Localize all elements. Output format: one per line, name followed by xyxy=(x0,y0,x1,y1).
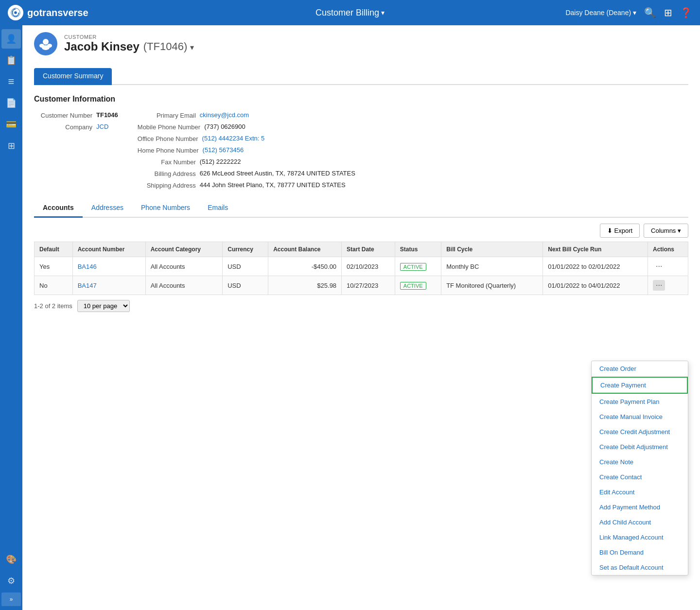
dropdown-item-create-payment[interactable]: Create Payment xyxy=(592,377,688,394)
cell-currency-1: USD xyxy=(223,276,268,295)
dropdown-item-set-default-account[interactable]: Set as Default Account xyxy=(592,560,688,575)
sidebar-item-payments[interactable]: 💳 xyxy=(1,115,21,134)
customer-full-name: Jacob Kinsey xyxy=(64,40,140,53)
dropdown-item-link-managed-account[interactable]: Link Managed Account xyxy=(592,530,688,545)
customers-icon: 👤 xyxy=(6,34,17,44)
value-company[interactable]: JCD xyxy=(96,123,108,130)
sub-tab-accounts[interactable]: Accounts xyxy=(34,199,83,218)
customer-avatar xyxy=(34,32,57,55)
search-button[interactable]: 🔍 xyxy=(644,7,656,18)
info-col-left: Customer Number TF1046 Company JCD xyxy=(34,111,118,189)
dropdown-item-create-contact[interactable]: Create Contact xyxy=(592,470,688,485)
dropdown-item-create-credit-adjustment[interactable]: Create Credit Adjustment xyxy=(592,424,688,439)
cell-balance-1: $25.98 xyxy=(268,276,342,295)
label-primary-email: Primary Email xyxy=(138,111,196,119)
info-row-fax: Fax Number (512) 2222222 xyxy=(138,158,381,166)
cell-next-bill-cycle-1: 01/01/2022 to 04/01/2022 xyxy=(543,276,648,295)
dropdown-item-create-payment-plan[interactable]: Create Payment Plan xyxy=(592,394,688,409)
col-header-currency: Currency xyxy=(223,242,268,257)
dropdown-item-edit-account[interactable]: Edit Account xyxy=(592,485,688,500)
actions-button-1[interactable]: ··· xyxy=(653,280,665,291)
per-page-select[interactable]: 10 per page25 per page50 per page xyxy=(77,300,130,312)
table-row: No BA147 All Accounts USD $25.98 10/27/2… xyxy=(35,276,688,295)
settings-icon: ⚙ xyxy=(7,575,15,586)
info-col-right: Primary Email ckinsey@jcd.com Mobile Pho… xyxy=(138,111,381,189)
col-header-actions: Actions xyxy=(648,242,688,257)
app-title[interactable]: Customer Billing ▾ xyxy=(236,8,464,18)
main-layout: 👤 📋 ≡ 📄 💳 ⊞ 🎨 ⚙ » xyxy=(0,25,700,610)
documents-icon: 📋 xyxy=(6,55,17,66)
actions-button-0[interactable]: ··· xyxy=(653,261,665,272)
dropdown-item-create-note[interactable]: Create Note xyxy=(592,454,688,470)
table-row: Yes BA146 All Accounts USD -$450.00 02/1… xyxy=(35,257,688,276)
customer-info-section: Customer Information Customer Number TF1… xyxy=(22,85,700,199)
info-section-title: Customer Information xyxy=(34,95,688,104)
svg-point-5 xyxy=(42,45,50,50)
label-fax: Fax Number xyxy=(138,158,196,166)
value-customer-number: TF1046 xyxy=(96,111,118,119)
nav-right: Daisy Deane (Deane) ▾ 🔍 ⊞ ❓ xyxy=(464,7,692,18)
svg-point-1 xyxy=(14,11,17,14)
customer-label: CUSTOMER xyxy=(64,34,194,40)
value-billing-address: 626 McLeod Street Austin, TX, 78724 UNIT… xyxy=(200,170,355,177)
cell-status-0: ACTIVE xyxy=(395,257,441,276)
sub-tab-emails[interactable]: Emails xyxy=(199,199,237,218)
dropdown-item-create-debit-adjustment[interactable]: Create Debit Adjustment xyxy=(592,439,688,454)
dropdown-item-create-order[interactable]: Create Order xyxy=(592,361,688,376)
sidebar-item-design[interactable]: 🎨 xyxy=(1,550,21,569)
cell-default-1: No xyxy=(35,276,73,295)
account-number-link-0[interactable]: BA146 xyxy=(78,263,97,270)
page-tabs: Customer Summary xyxy=(34,68,688,85)
table-header: Default Account Number Account Category … xyxy=(35,242,688,257)
value-office-phone[interactable]: (512) 4442234 Extn: 5 xyxy=(202,135,265,142)
grid-icon: ⊞ xyxy=(8,140,15,151)
status-badge-0: ACTIVE xyxy=(400,263,426,271)
svg-point-2 xyxy=(43,39,49,45)
sub-tab-addresses[interactable]: Addresses xyxy=(83,199,132,218)
col-header-status: Status xyxy=(395,242,441,257)
col-header-account-balance: Account Balance xyxy=(268,242,342,257)
cell-balance-0: -$450.00 xyxy=(268,257,342,276)
tab-customer-summary[interactable]: Customer Summary xyxy=(34,68,112,85)
sidebar-item-invoices[interactable]: 📄 xyxy=(1,93,21,113)
value-home-phone[interactable]: (512) 5673456 xyxy=(203,146,244,154)
label-mobile-phone: Mobile Phone Number xyxy=(138,123,200,131)
customer-header-info: CUSTOMER Jacob Kinsey (TF1046) ▾ xyxy=(64,34,194,53)
dropdown-item-bill-on-demand[interactable]: Bill On Demand xyxy=(592,545,688,560)
sub-tab-phone-numbers[interactable]: Phone Numbers xyxy=(132,199,199,218)
info-row-home-phone: Home Phone Number (512) 5673456 xyxy=(138,146,381,154)
dropdown-item-add-child-account[interactable]: Add Child Account xyxy=(592,515,688,530)
help-button[interactable]: ❓ xyxy=(680,7,692,18)
dropdown-item-add-payment-method[interactable]: Add Payment Method xyxy=(592,500,688,515)
sidebar-item-grid[interactable]: ⊞ xyxy=(1,136,21,156)
app-logo[interactable]: gotransverse xyxy=(8,5,236,20)
value-primary-email[interactable]: ckinsey@jcd.com xyxy=(200,111,249,119)
sidebar-item-settings[interactable]: ⚙ xyxy=(1,571,21,591)
customer-name-row: Jacob Kinsey (TF1046) ▾ xyxy=(64,40,194,53)
columns-button[interactable]: Columns ▾ xyxy=(644,224,688,238)
dropdown-item-create-manual-invoice[interactable]: Create Manual Invoice xyxy=(592,409,688,424)
cell-bill-cycle-0: Monthly BC xyxy=(441,257,543,276)
design-icon: 🎨 xyxy=(6,554,17,565)
cell-start-date-0: 02/10/2023 xyxy=(342,257,395,276)
sidebar-item-customers[interactable]: 👤 xyxy=(1,29,21,49)
info-row-office-phone: Office Phone Number (512) 4442234 Extn: … xyxy=(138,135,381,142)
user-menu[interactable]: Daisy Deane (Deane) ▾ xyxy=(565,9,636,17)
sidebar-item-list[interactable]: ≡ xyxy=(1,72,21,91)
pagination-row: 1-2 of 2 items 10 per page25 per page50 … xyxy=(34,295,688,317)
cell-account-number-1: BA147 xyxy=(72,276,145,295)
sidebar-item-documents[interactable]: 📋 xyxy=(1,51,21,70)
cell-start-date-1: 10/27/2023 xyxy=(342,276,395,295)
account-number-link-1[interactable]: BA147 xyxy=(78,282,97,289)
accounts-section: Accounts Addresses Phone Numbers Emails … xyxy=(22,199,700,317)
value-shipping-address: 444 John Street Plano, TX, 78777 UNITED … xyxy=(200,181,346,189)
sub-tabs: Accounts Addresses Phone Numbers Emails xyxy=(34,199,688,218)
main-content: CUSTOMER Jacob Kinsey (TF1046) ▾ Custome… xyxy=(22,25,700,610)
grid-menu-button[interactable]: ⊞ xyxy=(664,7,672,18)
app-name: gotransverse xyxy=(27,7,88,18)
export-button[interactable]: ⬇ Export xyxy=(600,224,640,238)
cell-next-bill-cycle-0: 01/01/2022 to 02/01/2022 xyxy=(543,257,648,276)
sidebar-expand-button[interactable]: » xyxy=(1,593,21,606)
info-row-shipping-address: Shipping Address 444 John Street Plano, … xyxy=(138,181,381,189)
info-row-company: Company JCD xyxy=(34,123,118,131)
